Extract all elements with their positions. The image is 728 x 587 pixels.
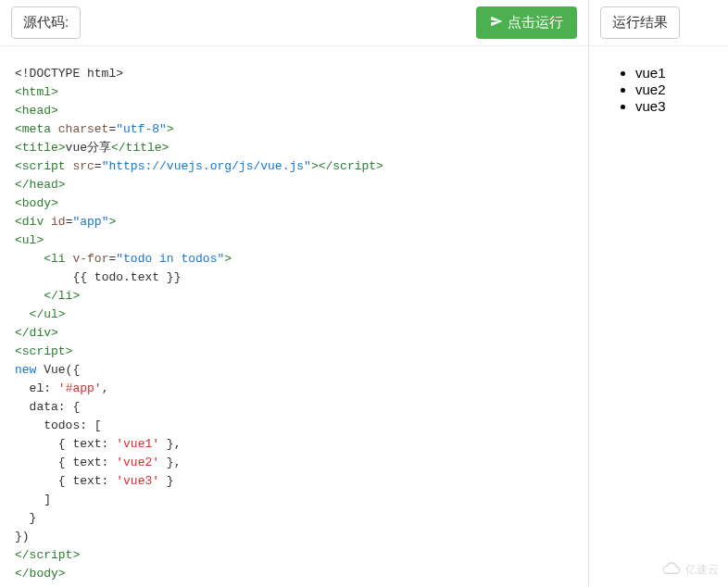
- list-item: vue3: [635, 98, 719, 115]
- watermark: 亿速云: [661, 562, 719, 578]
- toolbar: 源代码: 点击运行: [0, 0, 588, 46]
- source-panel: 源代码: 点击运行 <!DOCTYPE html> <html> <head> …: [0, 0, 589, 587]
- result-label: 运行结果: [600, 6, 680, 39]
- list-item: vue1: [635, 65, 719, 81]
- run-button[interactable]: 点击运行: [476, 6, 577, 39]
- paper-plane-icon: [490, 15, 503, 31]
- app-container: 源代码: 点击运行 <!DOCTYPE html> <html> <head> …: [0, 0, 728, 587]
- result-panel: 运行结果 vue1vue2vue3 亿速云: [589, 0, 728, 587]
- list-item: vue2: [635, 81, 719, 98]
- result-list: vue1vue2vue3: [598, 65, 719, 115]
- cloud-icon: [661, 562, 682, 578]
- result-header: 运行结果: [589, 0, 728, 46]
- watermark-text: 亿速云: [685, 562, 719, 578]
- run-button-label: 点击运行: [508, 14, 563, 31]
- result-body: vue1vue2vue3: [589, 46, 728, 124]
- source-code-label: 源代码:: [11, 6, 81, 39]
- code-editor[interactable]: <!DOCTYPE html> <html> <head> <meta char…: [0, 46, 588, 587]
